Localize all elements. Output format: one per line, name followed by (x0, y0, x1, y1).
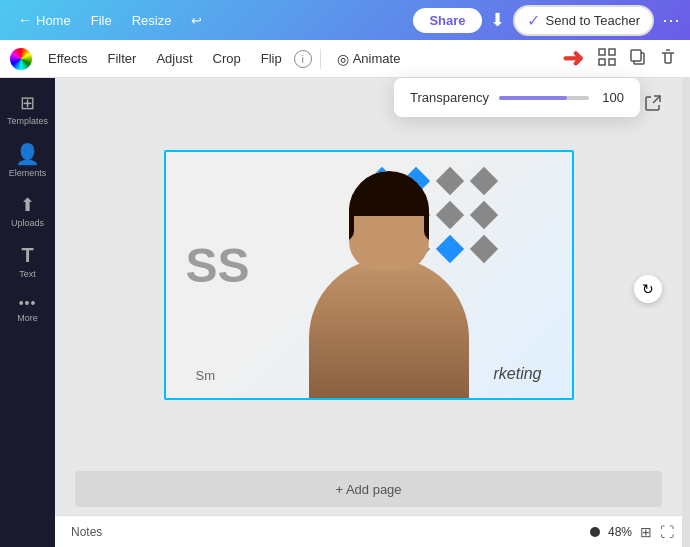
transparency-slider-fill (499, 96, 567, 100)
transparency-slider[interactable] (499, 96, 589, 100)
animate-label: Animate (353, 51, 401, 66)
view-toggle-icon[interactable]: ⊞ (640, 524, 652, 540)
bottom-icons: ⊞ ⛶ (640, 524, 674, 540)
resize-label: Resize (132, 13, 172, 28)
sidebar-item-elements[interactable]: 👤 Elements (4, 136, 52, 184)
head-shape (349, 171, 429, 271)
svg-rect-5 (631, 50, 641, 61)
adjust-btn[interactable]: Adjust (148, 47, 200, 70)
bottom-bar: Notes 48% ⊞ ⛶ (55, 515, 682, 547)
transparency-popup: Transparency 100 (394, 78, 640, 117)
sidebar-templates-label: Templates (7, 116, 48, 126)
delete-btn[interactable] (656, 45, 680, 73)
canvas-area: SS (55, 78, 682, 547)
add-page-btn[interactable]: + Add page (335, 482, 401, 497)
more-options-btn[interactable]: ⋯ (662, 9, 680, 31)
home-label: Home (36, 13, 71, 28)
workspace: ⊞ Templates 👤 Elements ⬆ Uploads T Text … (0, 78, 690, 547)
animate-btn[interactable]: ◎ Animate (329, 47, 409, 71)
uploads-icon: ⬆ (20, 194, 35, 216)
person-head (349, 171, 429, 271)
canvas-external-icon (644, 94, 662, 112)
send-teacher-label: Send to Teacher (546, 13, 640, 28)
zoom-percentage: 48% (608, 525, 632, 539)
zoom-slider-dot[interactable] (590, 527, 600, 537)
text-icon: T (21, 244, 33, 267)
canvas-external-btn[interactable] (644, 94, 662, 116)
hair-right (424, 186, 429, 241)
svg-rect-3 (609, 59, 615, 65)
flip-btn[interactable]: Flip (253, 47, 290, 70)
check-circle-icon: ✓ (527, 11, 540, 30)
sidebar-more-label: More (17, 313, 38, 323)
image-frame[interactable]: SS (164, 150, 574, 400)
file-nav-btn[interactable]: File (83, 9, 120, 32)
download-btn[interactable]: ⬇ (490, 9, 505, 31)
person-container (289, 152, 489, 398)
red-arrow-container: ➜ (562, 43, 588, 74)
canvas-content[interactable]: SS (55, 78, 682, 471)
top-bar-left: ← Home File Resize ↩ (10, 8, 210, 32)
sidebar: ⊞ Templates 👤 Elements ⬆ Uploads T Text … (0, 78, 55, 547)
fullscreen-icon[interactable]: ⛶ (660, 524, 674, 540)
sidebar-text-label: Text (19, 269, 36, 279)
sm-text: Sm (196, 368, 216, 383)
effects-btn[interactable]: Effects (40, 47, 96, 70)
notes-label: Notes (71, 525, 102, 539)
right-scrollbar[interactable] (682, 78, 690, 547)
back-arrow-icon: ← (18, 12, 32, 28)
body-shape (309, 258, 469, 398)
info-icon[interactable]: i (294, 50, 312, 68)
resize-nav-btn[interactable]: Resize (124, 9, 180, 32)
marketing-text: rketing (493, 365, 541, 383)
top-bar: ← Home File Resize ↩ Share ⬇ ✓ Send to T… (0, 0, 690, 40)
more-icon: ••• (19, 295, 37, 311)
red-arrow-icon: ➜ (562, 43, 584, 74)
transparency-label: Transparency (410, 90, 489, 105)
sidebar-item-text[interactable]: T Text (4, 238, 52, 285)
templates-icon: ⊞ (20, 92, 35, 114)
sidebar-uploads-label: Uploads (11, 218, 44, 228)
file-label: File (91, 13, 112, 28)
hair-left (349, 186, 354, 241)
rainbow-icon[interactable] (10, 48, 32, 70)
toolbar-separator (320, 49, 321, 69)
hair-top (349, 171, 429, 216)
transparency-value: 100 (599, 90, 624, 105)
download-icon: ⬇ (490, 9, 505, 31)
svg-rect-2 (599, 59, 605, 65)
undo-btn[interactable]: ↩ (183, 9, 210, 32)
filter-btn[interactable]: Filter (100, 47, 145, 70)
top-bar-right: Share ⬇ ✓ Send to Teacher ⋯ (413, 5, 680, 36)
svg-rect-1 (609, 49, 615, 55)
grid-icon (598, 48, 616, 66)
rotate-icon: ↻ (642, 281, 654, 297)
share-btn[interactable]: Share (413, 8, 481, 33)
add-page-footer[interactable]: + Add page (75, 471, 662, 507)
copy-icon (630, 49, 646, 65)
ss-text: SS (186, 238, 250, 293)
copy-btn[interactable] (626, 45, 650, 73)
sidebar-item-more[interactable]: ••• More (4, 289, 52, 329)
more-icon: ⋯ (662, 10, 680, 30)
send-to-teacher-btn[interactable]: ✓ Send to Teacher (513, 5, 654, 36)
sidebar-item-uploads[interactable]: ⬆ Uploads (4, 188, 52, 234)
grid-view-btn[interactable] (594, 44, 620, 74)
image-content: SS (166, 152, 572, 398)
delete-icon (660, 49, 676, 65)
svg-line-9 (653, 96, 660, 103)
svg-rect-0 (599, 49, 605, 55)
sidebar-elements-label: Elements (9, 168, 47, 178)
toolbar: Effects Filter Adjust Crop Flip i ◎ Anim… (0, 40, 690, 78)
animate-icon: ◎ (337, 51, 349, 67)
undo-icon: ↩ (191, 13, 202, 28)
toolbar-right: ➜ (562, 43, 680, 74)
home-nav-btn[interactable]: ← Home (10, 8, 79, 32)
elements-icon: 👤 (15, 142, 40, 166)
sidebar-item-templates[interactable]: ⊞ Templates (4, 86, 52, 132)
rotate-btn[interactable]: ↻ (634, 275, 662, 303)
crop-btn[interactable]: Crop (205, 47, 249, 70)
